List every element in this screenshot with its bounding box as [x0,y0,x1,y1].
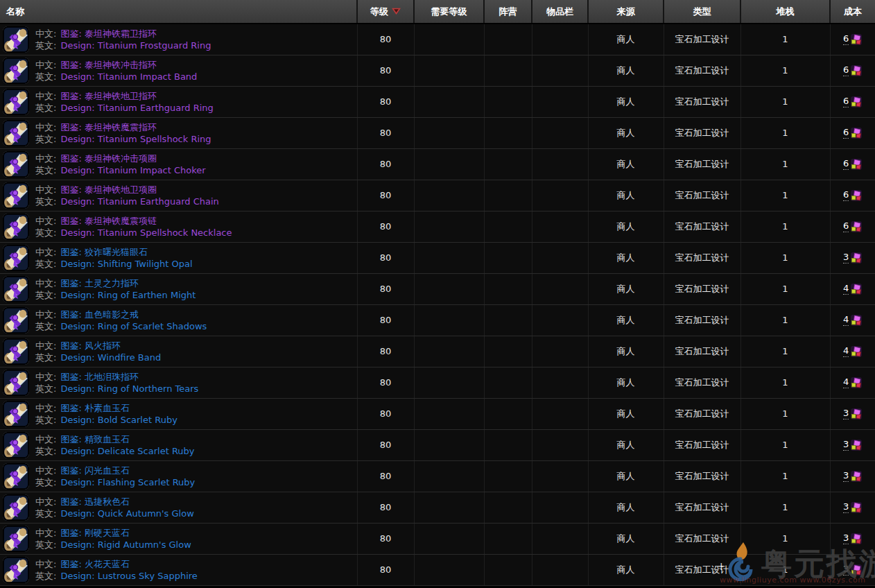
design-scroll-icon[interactable] [3,401,29,427]
design-scroll-icon[interactable] [3,526,29,552]
column-header-slot[interactable]: 物品栏 [532,0,588,24]
cost-amount[interactable]: 6 [843,127,849,139]
item-name-en-link[interactable]: Design: Quick Autumn's Glow [60,508,193,519]
item-name-cn-link[interactable]: 图鉴: 朴素血玉石 [60,403,130,413]
design-scroll-icon[interactable] [3,432,29,458]
column-header-level[interactable]: 等级 [357,0,414,24]
design-scroll-icon[interactable] [3,463,29,490]
item-name-cn-link[interactable]: 图鉴: 泰坦神铁冲击项圈 [60,153,157,164]
jewelcrafter-token-icon[interactable] [851,128,862,139]
jewelcrafter-token-icon[interactable] [851,34,862,45]
design-scroll-icon[interactable] [3,494,29,521]
design-scroll-icon[interactable] [3,557,29,583]
item-name-en-link[interactable]: Design: Lustrous Sky Sapphire [60,571,197,581]
jewelcrafter-token-icon[interactable] [851,65,862,76]
design-scroll-icon[interactable] [3,307,29,334]
item-name-cn-link[interactable]: 图鉴: 血色暗影之戒 [60,309,139,320]
jewelcrafter-token-icon[interactable] [851,440,862,451]
item-name-cn-link[interactable]: 图鉴: 泰坦神铁魔震项链 [60,216,157,226]
item-name-cn-link[interactable]: 图鉴: 迅捷秋色石 [60,496,130,507]
cost-amount[interactable]: 4 [843,377,849,388]
jewelcrafter-token-icon[interactable] [851,533,862,544]
item-name-en-link[interactable]: Design: Delicate Scarlet Ruby [60,446,194,456]
column-header-source[interactable]: 来源 [588,0,664,24]
jewelcrafter-token-icon[interactable] [851,315,862,326]
item-name-en-link[interactable]: Design: Titanium Spellshock Ring [60,134,211,144]
item-name-cn-link[interactable]: 图鉴: 火花天蓝石 [60,559,130,569]
cost-amount[interactable]: 6 [843,189,849,201]
column-header-req_level[interactable]: 需要等级 [414,0,484,24]
jewelcrafter-token-icon[interactable] [851,377,862,388]
design-scroll-icon[interactable] [3,245,29,271]
item-name-en-link[interactable]: Design: Shifting Twilight Opal [60,259,192,269]
design-scroll-icon[interactable] [3,214,29,240]
column-header-cost[interactable]: 成本 [830,0,875,24]
design-scroll-icon[interactable] [3,151,29,178]
cost-amount[interactable]: 3 [843,439,849,451]
item-name-en-link[interactable]: Design: Titanium Impact Band [60,71,197,82]
design-scroll-icon[interactable] [3,58,29,84]
jewelcrafter-token-icon[interactable] [851,564,862,576]
cell-source: 商人 [588,211,664,242]
design-scroll-icon[interactable] [3,276,29,302]
jewelcrafter-token-icon[interactable] [851,159,862,170]
design-scroll-icon[interactable] [3,338,29,365]
item-name-cn-link[interactable]: 图鉴: 泰坦神铁霜卫指环 [60,28,157,39]
cost-amount[interactable]: 6 [843,220,849,232]
cost-amount[interactable]: 6 [843,158,849,170]
item-name-cn-link[interactable]: 图鉴: 刚硬天蓝石 [60,528,130,538]
cost-amount[interactable]: 6 [843,96,849,107]
item-name-cn-link[interactable]: 图鉴: 风火指环 [60,340,121,351]
item-name-en-link[interactable]: Design: Titanium Frostguard Ring [60,40,211,51]
cost-amount[interactable]: 3 [843,408,849,420]
jewelcrafter-token-icon[interactable] [851,284,862,295]
item-name-en-link[interactable]: Design: Titanium Impact Choker [60,165,205,175]
column-header-name[interactable]: 名称 [0,0,357,24]
item-name-cn-link[interactable]: 图鉴: 狡诈曙光猫眼石 [60,247,148,257]
design-scroll-icon[interactable] [3,26,29,53]
jewelcrafter-token-icon[interactable] [851,471,862,482]
design-scroll-icon[interactable] [3,182,29,209]
cost-amount[interactable]: 3 [843,533,849,544]
item-name-cn-link[interactable]: 图鉴: 北地泪珠指环 [60,372,139,382]
design-scroll-icon[interactable] [3,120,29,146]
item-name-en-link[interactable]: Design: Windfire Band [60,352,161,363]
jewelcrafter-token-icon[interactable] [851,96,862,107]
cost-amount[interactable]: 4 [843,345,849,357]
cost-amount[interactable]: 4 [843,283,849,295]
item-name-en-link[interactable]: Design: Bold Scarlet Ruby [60,415,177,425]
column-header-type[interactable]: 类型 [664,0,740,24]
cost-amount[interactable]: 6 [843,33,849,45]
column-header-stack[interactable]: 堆栈 [740,0,830,24]
item-name-cn-link[interactable]: 图鉴: 泰坦神铁地卫项圈 [60,184,157,195]
item-name-cn-link[interactable]: 图鉴: 泰坦神铁冲击指环 [60,60,157,70]
item-name-en-link[interactable]: Design: Titanium Earthguard Ring [60,103,213,113]
item-name-en-link[interactable]: Design: Titanium Spellshock Necklace [60,227,232,238]
jewelcrafter-token-icon[interactable] [851,221,862,232]
cost-amount[interactable]: 3 [843,564,849,576]
item-name-en-link[interactable]: Design: Rigid Autumn's Glow [60,539,191,550]
cost-amount[interactable]: 4 [843,314,849,326]
item-name-en-link[interactable]: Design: Ring of Scarlet Shadows [60,321,207,331]
item-name-cn-link[interactable]: 图鉴: 闪光血玉石 [60,465,130,476]
item-name-cn-link[interactable]: 图鉴: 泰坦神铁地卫指环 [60,91,157,101]
item-name-cn-link[interactable]: 图鉴: 精致血玉石 [60,434,130,444]
item-name-cn-link[interactable]: 图鉴: 土灵之力指环 [60,278,139,288]
jewelcrafter-token-icon[interactable] [851,252,862,263]
jewelcrafter-token-icon[interactable] [851,408,862,420]
cost-amount[interactable]: 3 [843,252,849,263]
item-name-en-link[interactable]: Design: Titanium Earthguard Chain [60,196,218,207]
design-scroll-icon[interactable] [3,89,29,115]
item-name-en-link[interactable]: Design: Flashing Scarlet Ruby [60,477,195,487]
jewelcrafter-token-icon[interactable] [851,502,862,513]
cost-amount[interactable]: 3 [843,501,849,513]
cost-amount[interactable]: 3 [843,470,849,482]
jewelcrafter-token-icon[interactable] [851,190,862,201]
item-name-en-link[interactable]: Design: Ring of Earthen Might [60,290,196,300]
design-scroll-icon[interactable] [3,370,29,396]
item-name-en-link[interactable]: Design: Ring of Northern Tears [60,383,198,394]
jewelcrafter-token-icon[interactable] [851,346,862,357]
column-header-faction[interactable]: 阵营 [484,0,532,24]
cost-amount[interactable]: 6 [843,64,849,76]
item-name-cn-link[interactable]: 图鉴: 泰坦神铁魔震指环 [60,122,157,132]
